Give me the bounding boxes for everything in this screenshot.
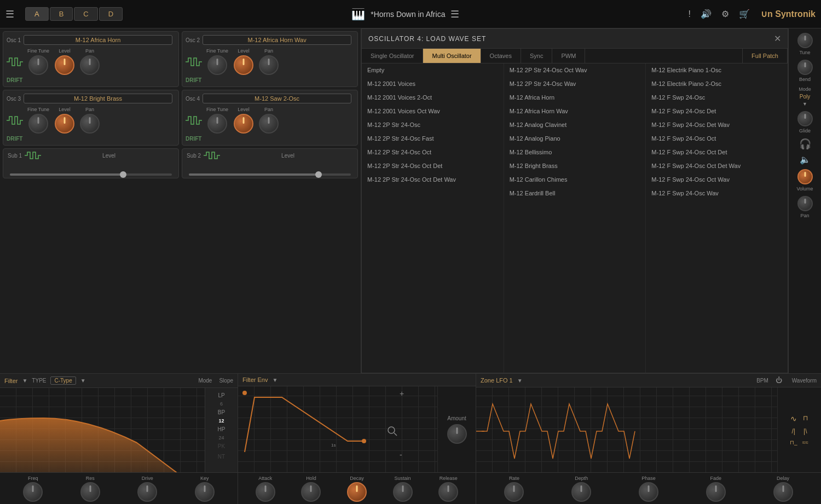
osc1-level-knob[interactable] xyxy=(55,55,74,75)
osc2-finetune-knob[interactable] xyxy=(207,55,227,75)
preset-tab-c[interactable]: C xyxy=(74,7,97,21)
preset-tab-a[interactable]: A xyxy=(25,7,49,21)
wave-item[interactable]: M-12 2P Str 24-Osc Wav xyxy=(504,77,646,91)
wave-item[interactable]: M-12 Africa Horn Wav xyxy=(504,105,646,118)
wave-item[interactable]: M-12 F Swp 24-Osc Oct Det Wav xyxy=(646,159,788,173)
wave-item[interactable]: M-12 F Swp 24-Osc xyxy=(646,91,788,105)
preset-tab-b[interactable]: B xyxy=(50,7,73,21)
cart-icon[interactable]: 🛒 xyxy=(739,9,750,19)
lfo-fade-knob[interactable] xyxy=(706,482,726,502)
osc1-name[interactable]: M-12 Africa Horn xyxy=(24,35,172,45)
osc3-finetune-knob[interactable] xyxy=(28,114,48,134)
wave-item[interactable]: M-12 Bright Brass xyxy=(504,159,646,173)
filter-slope-bp[interactable]: BP xyxy=(205,408,238,417)
volume-knob[interactable] xyxy=(797,169,813,184)
osc2-pan-knob[interactable] xyxy=(259,55,279,75)
lfo-wave-pulse[interactable]: ⊓_ xyxy=(789,438,799,447)
osc4-pan-knob[interactable] xyxy=(259,114,279,134)
lfo-wave-square[interactable]: ⊓ xyxy=(801,413,811,424)
filter-slope-hp[interactable]: HP xyxy=(205,425,238,434)
lfo-wave-random[interactable]: ≈≈ xyxy=(801,438,811,447)
env-amount-knob[interactable] xyxy=(447,424,467,444)
wave-item[interactable]: M-12 Analog Clavinet xyxy=(504,118,646,132)
wave-item[interactable]: M-12 Carillon Chimes xyxy=(504,173,646,187)
wave-item[interactable]: M-12 2P Str 24-Osc Fast xyxy=(362,132,504,146)
wave-item[interactable]: M-12 F Swp 24-Osc Oct xyxy=(646,132,788,146)
wave-tab-multi[interactable]: Multi Oscillator xyxy=(423,49,481,63)
env-sustain-knob[interactable] xyxy=(393,482,413,502)
filter-key-knob[interactable] xyxy=(195,482,215,502)
wave-item[interactable]: M-12 2P Str 24-Osc Oct Det Wav xyxy=(362,173,504,187)
wave-item[interactable]: M-12 2P Str 24-Osc xyxy=(362,118,504,132)
filter-dropdown-icon[interactable]: ▼ xyxy=(22,378,27,384)
wave-tab-sync[interactable]: Sync xyxy=(521,49,552,63)
lfo-wave-saw[interactable]: /| xyxy=(789,426,799,436)
wave-item[interactable]: M-12 2001 Voices xyxy=(362,77,504,91)
wave-item[interactable]: M-12 Electrik Piano 1-Osc xyxy=(646,63,788,77)
settings-icon[interactable]: ⚙ xyxy=(721,9,729,19)
wave-item[interactable]: M-12 Eardrill Bell xyxy=(504,187,646,200)
lfo-dropdown-icon[interactable]: ▼ xyxy=(517,378,523,384)
mode-arrow-icon[interactable]: ▼ xyxy=(802,101,807,107)
wave-tab-single[interactable]: Single Oscillator xyxy=(362,49,423,63)
wave-item[interactable]: M-12 F Swp 24-Osc Det Wav xyxy=(646,118,788,132)
mode-value[interactable]: Poly xyxy=(800,94,810,100)
wave-item[interactable]: M-12 Africa Horn xyxy=(504,91,646,105)
wave-item[interactable]: M-12 2P Str 24-Osc Oct Wav xyxy=(504,63,646,77)
lfo-wave-ramp[interactable]: |\ xyxy=(801,426,811,436)
filter-slope-lp[interactable]: LP xyxy=(205,391,238,400)
osc3-pan-knob[interactable] xyxy=(80,114,100,134)
headphones-icon[interactable]: 🎧 xyxy=(799,138,811,150)
lfo-power-icon[interactable]: ⏻ xyxy=(776,376,782,384)
osc2-drift[interactable]: DRIFT xyxy=(186,77,354,83)
speaker-icon[interactable]: 🔈 xyxy=(800,154,811,165)
osc2-level-knob[interactable] xyxy=(234,55,253,75)
osc1-pan-knob[interactable] xyxy=(80,55,100,75)
env-dropdown-icon[interactable]: ▼ xyxy=(272,377,277,383)
wave-item[interactable]: M-12 F Swp 24-Osc Oct Det xyxy=(646,146,788,159)
lfo-rate-knob[interactable] xyxy=(504,482,524,502)
filter-slope-pk[interactable]: PK xyxy=(205,442,238,451)
wave-item[interactable]: Empty xyxy=(362,63,504,77)
osc4-name[interactable]: M-12 Saw 2-Osc xyxy=(203,94,351,103)
env-hold-knob[interactable] xyxy=(301,482,321,502)
wave-panel-close-button[interactable]: ✕ xyxy=(774,33,781,44)
lfo-depth-knob[interactable] xyxy=(571,482,591,502)
wave-item[interactable]: M-12 Analog Piano xyxy=(504,132,646,146)
osc1-drift[interactable]: DRIFT xyxy=(7,77,175,83)
lfo-wave-sine[interactable]: ∿ xyxy=(789,413,799,424)
glide-knob[interactable] xyxy=(797,111,813,126)
wave-item[interactable]: M-12 2001 Voices Oct Wav xyxy=(362,105,504,118)
osc1-finetune-knob[interactable] xyxy=(28,55,48,75)
env-decay-knob[interactable] xyxy=(347,482,367,502)
pan-right-knob[interactable] xyxy=(797,196,813,211)
sub2-slider[interactable] xyxy=(189,173,351,176)
bend-knob[interactable] xyxy=(797,60,813,75)
filter-res-knob[interactable] xyxy=(80,482,100,502)
osc4-level-knob[interactable] xyxy=(234,114,253,134)
filter-freq-knob[interactable] xyxy=(23,482,43,502)
osc2-name[interactable]: M-12 Africa Horn Wav xyxy=(203,35,351,45)
osc4-drift[interactable]: DRIFT xyxy=(186,136,354,142)
osc3-drift[interactable]: DRIFT xyxy=(7,136,175,142)
lfo-phase-knob[interactable] xyxy=(639,482,658,502)
filter-type-dropdown-icon[interactable]: ▼ xyxy=(80,378,86,384)
osc4-finetune-knob[interactable] xyxy=(207,114,227,134)
wave-item[interactable]: M-12 2001 Voices 2-Oct xyxy=(362,91,504,105)
preset-menu-icon[interactable]: ☰ xyxy=(450,8,459,20)
env-attack-knob[interactable] xyxy=(256,482,275,502)
filter-type-value[interactable]: C-Type xyxy=(50,376,76,385)
wave-item[interactable]: M-12 2P Str 24-Osc Oct xyxy=(362,146,504,159)
filter-drive-knob[interactable] xyxy=(137,482,157,502)
wave-tab-octaves[interactable]: Octaves xyxy=(481,49,521,63)
sub1-slider[interactable] xyxy=(10,173,172,176)
lfo-delay-knob[interactable] xyxy=(773,482,793,502)
wave-item[interactable]: M-12 2P Str 24-Osc Oct Det xyxy=(362,159,504,173)
alert-icon[interactable]: ! xyxy=(689,9,691,19)
wave-tab-pwm[interactable]: PWM xyxy=(552,49,585,63)
wave-item[interactable]: M-12 F Swp 24-Osc Oct Wav xyxy=(646,173,788,187)
wave-item[interactable]: M-12 Electrik Piano 2-Osc xyxy=(646,77,788,91)
env-release-knob[interactable] xyxy=(438,482,458,502)
wave-tab-full-patch[interactable]: Full Patch xyxy=(742,49,788,63)
speaker-icon[interactable]: 🔊 xyxy=(701,9,712,19)
